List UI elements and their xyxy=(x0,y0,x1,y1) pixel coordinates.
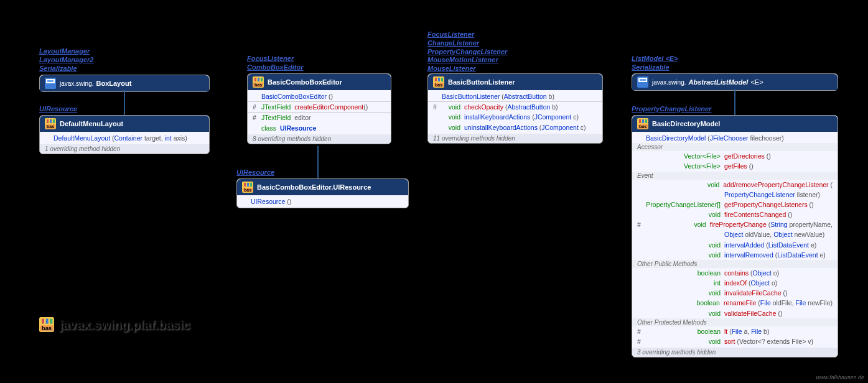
constructor-row: BasicComboBoxEditor () xyxy=(248,91,391,101)
java-class-icon xyxy=(45,78,56,89)
method-row: #voidfirePropertyChange (String property… xyxy=(632,219,838,229)
inheritance-connector xyxy=(734,89,735,117)
implements-list: ListModel <E> Serializable xyxy=(632,55,678,72)
section-public: Other Public Methods xyxy=(632,260,838,268)
class-header[interactable]: javax.swing. BoxLayout xyxy=(40,75,209,91)
footer-url: www.falkhausen.de xyxy=(816,374,864,381)
constructor-row: UIResource () xyxy=(237,196,408,206)
bas-class-icon xyxy=(433,76,444,88)
constructor-row: DefaultMenuLayout (Container target, int… xyxy=(40,133,209,143)
method-cont: PropertyChangeListener listener) xyxy=(632,190,838,200)
method-row: Vector<File>getDirectories () xyxy=(632,151,838,161)
implements-list: UIResource xyxy=(236,168,274,177)
java-class-icon xyxy=(637,76,648,88)
inner-class-row: class UIResource xyxy=(248,123,391,133)
overrides-note: 1 overriding method hidden xyxy=(40,144,209,154)
class-header[interactable]: javax.swing. AbstractListModel <E> xyxy=(632,74,838,90)
field-row: # JTextField editor xyxy=(248,113,391,122)
inheritance-connector xyxy=(317,146,319,179)
method-row: voidintervalAdded (ListDataEvent e) xyxy=(632,240,838,250)
class-name: DefaultMenuLayout xyxy=(60,120,123,127)
method-cont: Object oldValue, Object newValue) xyxy=(632,229,838,239)
section-event: Event xyxy=(632,172,838,180)
class-box-abstractlistmodel: javax.swing. AbstractListModel <E> xyxy=(632,73,838,91)
package-prefix: javax.swing. xyxy=(652,79,686,86)
class-box-basiccomboboxeditor-uiresource: BasicComboBoxEditor.UIResource UIResourc… xyxy=(236,178,409,208)
class-box-basicbuttonlistener: BasicButtonListener BasicButtonListener … xyxy=(427,73,603,144)
implements-list: UIResource xyxy=(39,105,77,114)
implements-list: PropertyChangeListener xyxy=(632,105,711,114)
method-row: void uninstallKeyboardActions (JComponen… xyxy=(428,122,602,132)
constructor-row: BasicButtonListener (AbstractButton b) xyxy=(428,91,602,101)
implements-list: LayoutManager LayoutManager2 Serializabl… xyxy=(39,47,93,73)
method-row: voidintervalRemoved (ListDataEvent e) xyxy=(632,250,838,260)
method-row: booleancontains (Object o) xyxy=(632,268,838,278)
class-name: BasicDirectoryModel xyxy=(652,120,720,127)
type-variable: <E> xyxy=(750,78,763,86)
class-header[interactable]: BasicButtonListener xyxy=(428,74,602,90)
method-row: #booleanlt (File a, File b) xyxy=(632,326,838,336)
bas-class-icon xyxy=(242,182,253,193)
package-prefix: javax.swing. xyxy=(60,80,93,87)
class-box-basiccomboboxeditor: BasicComboBoxEditor BasicComboBoxEditor … xyxy=(247,73,391,144)
bas-class-icon xyxy=(253,76,264,88)
class-name: BasicButtonListener xyxy=(448,78,515,86)
implements-list: FocusListener ComboBoxEditor xyxy=(247,55,303,72)
inheritance-connector xyxy=(124,90,125,115)
bas-class-icon xyxy=(45,118,56,129)
overrides-note: 11 overriding methods hidden xyxy=(428,134,602,143)
package-label: javax.swing.plaf.basic xyxy=(39,317,190,332)
method-row: PropertyChangeListener[]getPropertyChang… xyxy=(632,200,838,210)
class-name: BasicComboBoxEditor xyxy=(268,78,342,86)
class-header[interactable]: BasicDirectoryModel xyxy=(632,116,838,132)
method-row: # void checkOpacity (AbstractButton b) xyxy=(428,102,602,112)
class-name: BoxLayout xyxy=(96,80,131,87)
class-name: AbstractListModel xyxy=(688,78,748,86)
class-box-boxlayout: javax.swing. BoxLayout xyxy=(39,75,210,92)
overrides-note: 8 overriding methods hidden xyxy=(248,134,391,144)
section-accessor: Accessor xyxy=(632,143,838,151)
method-row: voidfireContentsChanged () xyxy=(632,210,838,219)
section-protected: Other Protected Methods xyxy=(632,318,838,326)
class-header[interactable]: DefaultMenuLayout xyxy=(40,116,209,132)
method-row: #voidsort (Vector<? extends File> v) xyxy=(632,336,838,346)
class-header[interactable]: BasicComboBoxEditor.UIResource xyxy=(237,179,408,195)
class-name: BasicComboBoxEditor.UIResource xyxy=(257,183,371,191)
method-row: void installKeyboardActions (JComponent … xyxy=(428,112,602,122)
constructor-row: BasicDirectoryModel (JFileChooser filech… xyxy=(632,133,838,143)
method-row: voidvalidateFileCache () xyxy=(632,308,838,318)
implements-list: FocusListener ChangeListener PropertyCha… xyxy=(427,30,507,73)
method-row: voidinvalidateFileCache () xyxy=(632,288,838,298)
bas-class-icon xyxy=(637,118,648,129)
method-row: intindexOf (Object o) xyxy=(632,278,838,288)
class-header[interactable]: BasicComboBoxEditor xyxy=(248,74,391,90)
bas-package-icon xyxy=(39,317,54,332)
method-row: voidadd/removePropertyChangeListener ( xyxy=(632,180,838,190)
class-box-defaultmenulayout: DefaultMenuLayout DefaultMenuLayout (Con… xyxy=(39,115,210,154)
method-row: # JTextField createEditorComponent () xyxy=(248,102,391,112)
method-row: Vector<File>getFiles () xyxy=(632,161,838,171)
overrides-note: 3 overriding methods hidden xyxy=(632,348,838,357)
method-row: booleanrenameFile (File oldFile, File ne… xyxy=(632,298,838,308)
class-box-basicdirectorymodel: BasicDirectoryModel BasicDirectoryModel … xyxy=(632,115,838,358)
